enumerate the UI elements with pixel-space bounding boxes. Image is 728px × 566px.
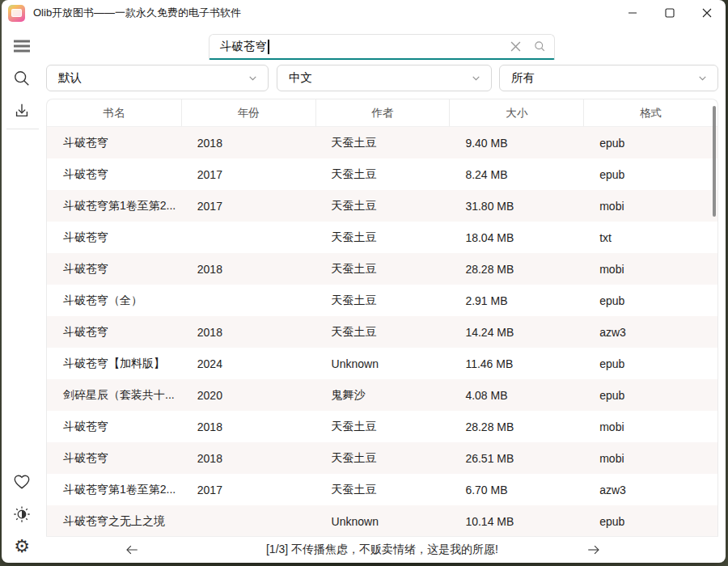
cell-author: 天蚕土豆	[315, 190, 450, 222]
table-row[interactable]: 斗破苍穹第1卷至第2... 2017 天蚕土豆 31.80 MB mobi	[47, 190, 717, 222]
chevron-down-icon	[697, 73, 708, 83]
cell-format: epub	[583, 505, 717, 537]
gear-icon: ⚙	[14, 538, 30, 555]
cell-year: 2024	[181, 348, 315, 379]
cell-size: 26.51 MB	[449, 442, 583, 474]
pagination-bar: [1/3] 不传播焦虑，不贩卖情绪，这是我的所愿!	[46, 536, 718, 563]
search-icon	[13, 70, 31, 87]
table-row[interactable]: 斗破苍穹第1卷至第2... 2017 天蚕土豆 6.70 MB azw3	[47, 474, 717, 505]
cell-author: 天蚕土豆	[315, 127, 450, 158]
cell-size: 6.70 MB	[449, 474, 583, 505]
cell-year: 2018	[181, 442, 315, 474]
cell-format: mobi	[583, 442, 717, 474]
window-title: Olib开放图书——一款永久免费的电子书软件	[33, 6, 241, 20]
cell-author: 天蚕土豆	[315, 316, 450, 348]
cell-title: 斗破苍穹	[47, 158, 181, 190]
cell-format: mobi	[583, 190, 717, 222]
next-page-button[interactable]	[581, 539, 607, 561]
table-row[interactable]: 斗破苍穹 2018 天蚕土豆 28.28 MB mobi	[47, 411, 717, 442]
cell-title: 斗破苍穹	[47, 442, 181, 474]
theme-toggle-button[interactable]	[11, 503, 33, 526]
sort-dropdown-value: 默认	[58, 70, 82, 86]
cell-format: epub	[583, 348, 717, 379]
cell-format: epub	[583, 127, 717, 158]
cell-size: 14.24 MB	[449, 316, 583, 348]
cell-format: mobi	[583, 411, 717, 442]
cell-title: 斗破苍穹	[47, 127, 181, 158]
vertical-scrollbar[interactable]	[713, 106, 716, 217]
cell-format: epub	[583, 379, 717, 411]
column-header-year: 年份	[181, 99, 315, 126]
titlebar: Olib开放图书——一款永久免费的电子书软件	[2, 0, 726, 26]
table-row[interactable]: 斗破苍穹【加料版】 2024 Unknown 11.46 MB epub	[47, 348, 717, 379]
format-dropdown-value: 所有	[511, 70, 535, 86]
column-header-format: 格式	[583, 99, 717, 126]
cell-author: 鬼舞沙	[315, 379, 450, 411]
table-row[interactable]: 剑碎星辰（套装共十... 2020 鬼舞沙 4.08 MB epub	[47, 379, 717, 411]
cell-size: 28.28 MB	[449, 253, 583, 285]
maximize-button[interactable]	[651, 0, 688, 26]
cell-size: 2.91 MB	[449, 285, 583, 316]
table-body: 斗破苍穹 2018 天蚕土豆 9.40 MB epub 斗破苍穹 2017 天蚕…	[47, 127, 717, 537]
app-window: Olib开放图书——一款永久免费的电子书软件	[2, 0, 726, 563]
cell-author: Unknown	[315, 348, 450, 379]
cell-year: 2018	[181, 253, 315, 285]
cell-size: 31.80 MB	[449, 190, 583, 222]
cell-author: 天蚕土豆	[315, 285, 450, 316]
table-row[interactable]: 斗破苍穹（全） 天蚕土豆 2.91 MB epub	[47, 285, 717, 316]
table-row[interactable]: 斗破苍穹 天蚕土豆 18.04 MB txt	[47, 222, 717, 253]
cell-format: epub	[583, 285, 717, 316]
search-nav-button[interactable]	[11, 67, 33, 90]
table-row[interactable]: 斗破苍穹 2018 天蚕土豆 14.24 MB azw3	[47, 316, 717, 348]
column-header-author: 作者	[315, 99, 450, 126]
cell-author: 天蚕土豆	[315, 158, 450, 190]
settings-button[interactable]: ⚙	[11, 535, 33, 558]
cell-author: 天蚕土豆	[315, 253, 450, 285]
cell-title: 斗破苍穹【加料版】	[47, 348, 181, 379]
cell-title: 斗破苍穹（全）	[47, 285, 181, 316]
cell-year: 2018	[181, 127, 315, 158]
arrow-right-icon	[585, 543, 603, 557]
cell-author: 天蚕土豆	[315, 222, 450, 253]
table-header: 书名 年份 作者 大小 格式	[47, 99, 717, 127]
table-row[interactable]: 斗破苍穹之无上之境 Unknown 10.14 MB epub	[47, 505, 717, 537]
favorites-button[interactable]	[11, 471, 33, 493]
cell-size: 10.14 MB	[449, 505, 583, 537]
table-row[interactable]: 斗破苍穹 2018 天蚕土豆 28.28 MB mobi	[47, 253, 717, 285]
table-row[interactable]: 斗破苍穹 2018 天蚕土豆 9.40 MB epub	[47, 127, 717, 158]
cell-year: 2020	[181, 379, 315, 411]
cell-size: 28.28 MB	[449, 411, 583, 442]
search-input-value: 斗破苍穹	[220, 39, 267, 54]
download-icon	[13, 102, 31, 120]
cell-size: 8.24 MB	[449, 158, 583, 190]
downloads-nav-button[interactable]	[11, 99, 33, 122]
table-row[interactable]: 斗破苍穹 2017 天蚕土豆 8.24 MB epub	[47, 158, 717, 190]
cell-title: 斗破苍穹	[47, 253, 181, 285]
cell-format: azw3	[583, 474, 717, 505]
cell-year	[181, 505, 315, 537]
cell-year: 2018	[181, 411, 315, 442]
close-button[interactable]	[688, 0, 726, 26]
table-row[interactable]: 斗破苍穹 2018 天蚕土豆 26.51 MB mobi	[47, 442, 717, 474]
search-input[interactable]: 斗破苍穹	[209, 34, 555, 60]
cell-title: 斗破苍穹	[47, 316, 181, 348]
search-submit-icon[interactable]	[534, 40, 546, 53]
cell-size: 4.08 MB	[449, 379, 583, 411]
cell-title: 斗破苍穹	[47, 411, 181, 442]
clear-search-icon[interactable]	[510, 41, 521, 52]
brightness-icon	[13, 505, 31, 523]
cell-format: mobi	[583, 253, 717, 285]
menu-button[interactable]	[11, 35, 33, 57]
cell-title: 剑碎星辰（套装共十...	[47, 379, 181, 411]
format-dropdown[interactable]: 所有	[499, 65, 718, 91]
cell-format: azw3	[583, 316, 717, 348]
language-dropdown-value: 中文	[289, 70, 312, 86]
sort-dropdown[interactable]: 默认	[46, 65, 269, 91]
cell-author: 天蚕土豆	[315, 411, 450, 442]
heart-icon	[13, 473, 31, 491]
language-dropdown[interactable]: 中文	[277, 65, 492, 91]
minimize-button[interactable]	[614, 0, 651, 26]
cell-format: epub	[583, 158, 717, 190]
cell-title: 斗破苍穹第1卷至第2...	[47, 190, 181, 222]
cell-title: 斗破苍穹之无上之境	[47, 505, 181, 537]
